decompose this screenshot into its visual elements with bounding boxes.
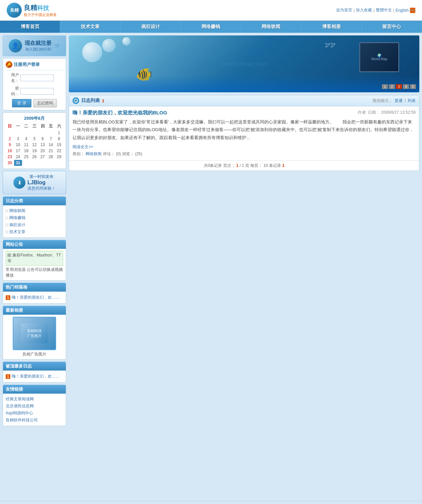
set-home-link[interactable]: 设为首页 — [336, 7, 352, 13]
notice-content: 能 兼容Firefox、Maxthon、TT等 常用浏览器 公告可以切换成视频播… — [3, 249, 66, 280]
category-item[interactable]: 网络赚钱 — [6, 214, 63, 221]
cal-day[interactable]: 16 — [6, 148, 14, 154]
cal-day[interactable]: 10 — [14, 142, 22, 148]
hot-blog-link[interactable]: 嗨！亲爱的朋友们，欢…… — [12, 295, 60, 300]
username-input[interactable] — [20, 75, 54, 81]
register-arrow-icon: ☞ — [54, 42, 60, 50]
rss-icon[interactable]: RSS — [410, 8, 415, 13]
blog-list-title: 日志列表 1 — [73, 97, 104, 104]
cal-day[interactable]: 13 — [38, 142, 47, 148]
post-category: 类别： 网络轶闻 评论： (0) 浏览： (25) — [73, 151, 416, 157]
banner-dot-4[interactable]: 4 — [403, 84, 409, 89]
nav-news[interactable]: 网络轶闻 — [241, 21, 301, 33]
cal-day[interactable]: 22 — [55, 148, 63, 154]
most-commented-item[interactable]: 1 嗨！亲爱的朋友们，欢…… — [6, 373, 63, 380]
register-avatar-icon: 👤 — [9, 39, 22, 53]
cal-day[interactable]: 29 — [55, 154, 63, 160]
view-normal[interactable]: 普通 — [395, 98, 403, 104]
register-banner[interactable]: 👤 现在就注册 加入我们的行列 ☞ — [3, 35, 66, 56]
categories-title: 日志分类 — [3, 197, 66, 205]
category-link[interactable]: 网络轶闻 — [86, 152, 102, 156]
banner-dot-3[interactable]: 3 — [396, 84, 402, 89]
blog-list-header: 日志列表 1 预览模式： 普通 | 列表 — [69, 95, 419, 106]
hot-blog-item[interactable]: 1 嗨！亲爱的朋友们，欢…… — [6, 294, 63, 301]
cal-day[interactable]: 30 — [6, 160, 14, 166]
cal-day[interactable]: 27 — [38, 154, 47, 160]
header: 良精 良精科技 致力于中国企业商务 设为首页 | 加入收藏 | 繁體中文 | E… — [0, 0, 422, 21]
category-item[interactable]: 疯狂设计 — [6, 221, 63, 228]
nav-messages[interactable]: 留言中心 — [362, 21, 422, 33]
nav-album[interactable]: 博客相册 — [301, 21, 362, 33]
pagination-total: 1 — [242, 163, 244, 168]
comments-label: 评论： — [103, 152, 115, 156]
cal-day[interactable]: 15 — [55, 142, 63, 148]
cal-day[interactable]: 9 — [6, 142, 14, 148]
header-right: 设为首页 | 加入收藏 | 繁體中文 | English RSS — [336, 7, 415, 13]
cal-day[interactable]: 21 — [47, 148, 55, 154]
view-list[interactable]: 列表 — [408, 98, 416, 104]
cal-day — [47, 130, 55, 136]
banner-dot-5[interactable]: 5 — [410, 84, 416, 89]
post-body: 我已经使用良精BLOG安家了，欢迎你'常过来看看'，大家多多交流嘛。我们可以一起… — [73, 118, 416, 141]
logo-chars: 良精科技 — [24, 3, 49, 12]
pagination-sep: / — [240, 163, 241, 168]
post-date: 2009/8/27 13:52:59 — [381, 110, 416, 115]
cal-day[interactable]: 23 — [6, 154, 14, 160]
cal-day[interactable]: 5 — [30, 136, 39, 142]
banner-dot-1[interactable]: 1 — [382, 84, 388, 89]
download-brand: LJBlog — [27, 180, 55, 186]
cal-day[interactable]: 25 — [22, 154, 30, 160]
cal-day-fri: 五 — [47, 123, 55, 130]
cal-day[interactable]: 8 — [55, 136, 63, 142]
cal-day[interactable]: 11 — [22, 142, 30, 148]
category-item[interactable]: 技术文章 — [6, 228, 63, 235]
pagination-page[interactable]: 1 — [236, 163, 239, 168]
cal-day[interactable]: 31 — [14, 160, 22, 166]
cal-day[interactable]: 4 — [22, 136, 30, 142]
most-commented-link[interactable]: 嗨！亲爱的朋友们，欢…… — [12, 374, 60, 379]
cal-day — [47, 160, 55, 166]
register-subtitle: 加入我们的行列 — [25, 47, 51, 52]
nav-money[interactable]: 网络赚钱 — [181, 21, 241, 33]
cal-day[interactable]: 17 — [14, 148, 22, 154]
photo-image[interactable]: 良精科技广告图片 — [13, 317, 56, 350]
cal-day[interactable]: 14 — [47, 142, 55, 148]
friend-link[interactable]: 北京便民信息网 — [6, 403, 63, 410]
cal-day — [14, 130, 22, 136]
cal-day[interactable]: 28 — [47, 154, 55, 160]
password-input[interactable] — [20, 88, 54, 95]
pagination-num[interactable]: 1 — [282, 163, 285, 168]
cal-day[interactable]: 24 — [14, 154, 22, 160]
logo-area: 良精 良精科技 致力于中国企业商务 — [7, 3, 57, 18]
nav-design[interactable]: 疯狂设计 — [121, 21, 181, 33]
cal-day[interactable]: 7 — [47, 136, 55, 142]
friend-link[interactable]: Asp99源码中心 — [6, 410, 63, 417]
nav-home[interactable]: 博客首页 — [0, 21, 60, 33]
cal-day[interactable]: 6 — [38, 136, 47, 142]
cal-day[interactable]: 20 — [38, 148, 47, 154]
cal-day[interactable]: 19 — [30, 148, 39, 154]
traditional-chinese-link[interactable]: 繁體中文 — [376, 7, 392, 13]
cal-day[interactable]: 3 — [14, 136, 22, 142]
download-banner[interactable]: ⬇ 第一时间发布 LJBlog 送您共同体验！ — [3, 171, 66, 194]
banner-birds: 🕊🕊 — [325, 42, 336, 48]
english-link[interactable]: English — [396, 8, 409, 13]
read-more-link[interactable]: 阅读全文>> — [73, 144, 93, 149]
banner-dot-2[interactable]: 2 — [389, 84, 395, 89]
nav-tech[interactable]: 技术文章 — [60, 21, 120, 33]
cal-day[interactable]: 2 — [6, 136, 14, 142]
cal-day[interactable]: 1 — [55, 130, 63, 136]
password-label: 密 码： — [6, 86, 19, 97]
login-button[interactable]: 登 录 — [12, 99, 31, 107]
add-fav-link[interactable]: 加入收藏 — [356, 7, 372, 13]
friend-link[interactable]: 经典文章阅读网 — [6, 396, 63, 403]
cal-day[interactable]: 12 — [30, 142, 39, 148]
cal-day[interactable]: 26 — [30, 154, 39, 160]
friend-link[interactable]: 良精软件科技公司 — [6, 417, 63, 424]
post-title[interactable]: 嗨！亲爱的朋友们，欢迎您光临我的BLOG — [73, 110, 167, 116]
categories-content: 网络轶闻网络赚钱疯狂设计技术文章 — [3, 205, 66, 237]
category-item[interactable]: 网络轶闻 — [6, 207, 63, 214]
forgot-button[interactable]: 忘记密码 — [33, 99, 57, 107]
cal-day[interactable]: 18 — [22, 148, 30, 154]
password-row: 密 码： — [6, 86, 63, 97]
